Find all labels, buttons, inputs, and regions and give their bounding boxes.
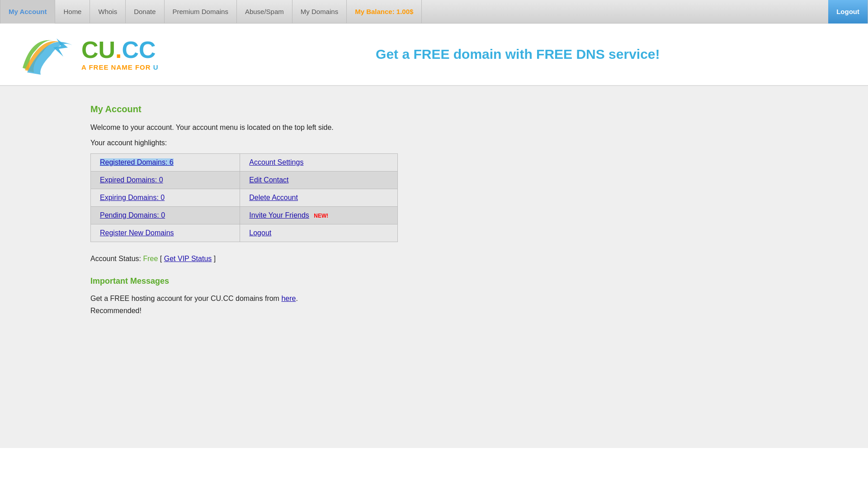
tagline-prefix: A FREE NAME FOR xyxy=(81,63,153,71)
svg-marker-0 xyxy=(53,38,68,57)
logout-link[interactable]: Logout xyxy=(249,229,271,237)
logo-cc: CC xyxy=(122,37,156,63)
account-settings-link[interactable]: Account Settings xyxy=(249,158,303,166)
nav-my-domains[interactable]: My Domains xyxy=(292,0,347,24)
expiring-domains-link[interactable]: Expiring Domains: 0 xyxy=(100,194,165,201)
nav-premium-domains[interactable]: Premium Domains xyxy=(165,0,237,24)
expired-domains-link[interactable]: Expired Domains: 0 xyxy=(100,176,163,184)
nav-whois[interactable]: Whois xyxy=(90,0,126,24)
invite-friends-link[interactable]: Invite Your Friends xyxy=(249,211,309,219)
logo-dot: . xyxy=(115,37,122,63)
welcome-text: Welcome to your account. Your account me… xyxy=(90,124,778,132)
nav-my-account[interactable]: My Account xyxy=(0,0,55,24)
nav-abuse-spam[interactable]: Abuse/Spam xyxy=(237,0,292,24)
logout-button[interactable]: Logout xyxy=(828,0,868,24)
important-messages-heading: Important Messages xyxy=(90,276,778,286)
logo-text: CU.CC A FREE NAME FOR U xyxy=(81,38,159,71)
messages-here-link[interactable]: here xyxy=(281,295,296,302)
edit-contact-link[interactable]: Edit Contact xyxy=(249,176,288,184)
nav-home[interactable]: Home xyxy=(55,0,90,24)
balance-display: My Balance: 1.00$ xyxy=(347,0,422,24)
account-status-value: Free xyxy=(143,255,158,262)
new-badge: NEW! xyxy=(314,213,328,219)
account-status: Account Status: Free [ Get VIP Status ] xyxy=(90,255,778,263)
top-navigation: My Account Home Whois Donate Premium Dom… xyxy=(0,0,868,24)
logo-tagline: A FREE NAME FOR U xyxy=(81,63,159,71)
important-messages-text: Get a FREE hosting account for your CU.C… xyxy=(90,292,778,317)
logo-area: CU.CC A FREE NAME FOR U xyxy=(18,32,159,77)
logo-icon xyxy=(18,32,77,77)
table-row: Expired Domains: 0 Edit Contact xyxy=(91,171,398,189)
logo-cu: CU xyxy=(81,37,115,63)
register-new-domains-link[interactable]: Register New Domains xyxy=(100,229,174,237)
messages-line2: Recommended! xyxy=(90,307,142,314)
site-header: CU.CC A FREE NAME FOR U Get a FREE domai… xyxy=(0,24,868,86)
tagline-u: U xyxy=(153,63,159,71)
pending-domains-link[interactable]: Pending Domains: 0 xyxy=(100,211,165,219)
delete-account-link[interactable]: Delete Account xyxy=(249,194,298,201)
account-status-prefix: Account Status: xyxy=(90,255,143,262)
highlights-table: Registered Domains: 6 Account Settings E… xyxy=(90,153,398,242)
registered-domains-link[interactable]: Registered Domains: 6 xyxy=(100,158,174,166)
main-content: My Account Welcome to your account. Your… xyxy=(0,86,868,448)
messages-line1-suffix: . xyxy=(296,295,297,302)
highlights-label: Your account highlights: xyxy=(90,139,778,147)
messages-line1-prefix: Get a FREE hosting account for your CU.C… xyxy=(90,295,281,302)
table-row: Register New Domains Logout xyxy=(91,224,398,242)
table-row: Expiring Domains: 0 Delete Account xyxy=(91,189,398,207)
table-row: Pending Domains: 0 Invite Your Friends N… xyxy=(91,207,398,224)
nav-donate[interactable]: Donate xyxy=(126,0,164,24)
get-vip-status-link[interactable]: Get VIP Status xyxy=(164,255,212,262)
page-heading: My Account xyxy=(90,104,778,114)
logo-brand: CU.CC xyxy=(81,38,159,62)
header-slogan: Get a FREE domain with FREE DNS service! xyxy=(159,47,850,62)
table-row: Registered Domains: 6 Account Settings xyxy=(91,154,398,171)
